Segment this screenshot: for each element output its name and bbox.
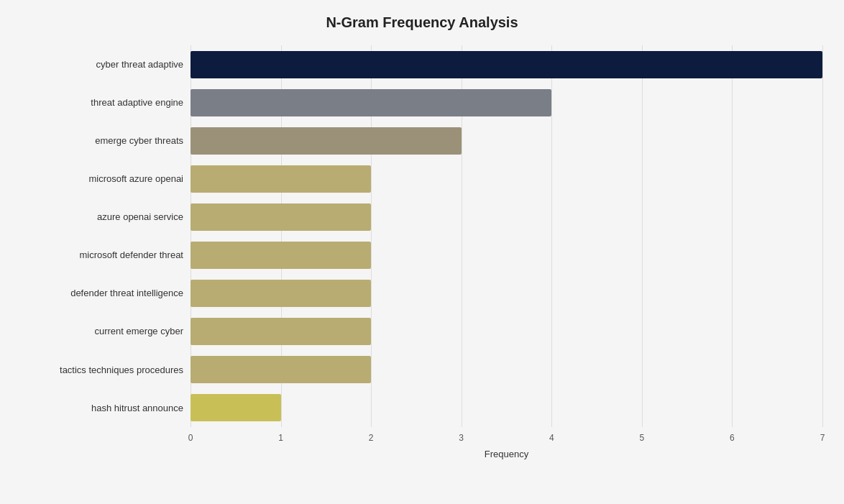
bar — [191, 318, 371, 345]
bar — [191, 394, 281, 421]
x-axis-label: Frequency — [191, 449, 822, 459]
chart-area: cyber threat adaptivethreat adaptive eng… — [22, 45, 822, 449]
bar — [191, 242, 371, 269]
bar-row — [191, 161, 822, 197]
x-tick: 3 — [459, 433, 464, 443]
y-label: cyber threat adaptive — [96, 47, 183, 83]
y-axis: cyber threat adaptivethreat adaptive eng… — [22, 45, 191, 449]
x-tick: 6 — [730, 433, 735, 443]
bar — [191, 51, 822, 78]
x-tick: 4 — [549, 433, 554, 443]
y-label: defender threat intelligence — [70, 275, 183, 311]
bar-row — [191, 47, 822, 83]
y-label: microsoft azure openai — [88, 161, 183, 197]
y-label: tactics techniques procedures — [60, 352, 183, 388]
x-tick: 5 — [640, 433, 645, 443]
bar-row — [191, 390, 822, 426]
bar — [191, 89, 551, 116]
plot-area: Frequency 01234567 — [191, 45, 822, 449]
bar-row — [191, 275, 822, 311]
bar-row — [191, 85, 822, 121]
bar — [191, 165, 371, 193]
bar — [191, 127, 462, 155]
bar — [191, 356, 371, 383]
chart-title: N-Gram Frequency Analysis — [22, 14, 822, 31]
y-label: microsoft defender threat — [79, 237, 183, 273]
bar-row — [191, 237, 822, 273]
chart-container: N-Gram Frequency Analysis cyber threat a… — [0, 0, 844, 504]
y-label: hash hitrust announce — [91, 390, 183, 426]
y-label: current emerge cyber — [94, 313, 183, 349]
x-tick: 7 — [820, 433, 825, 443]
y-label: threat adaptive engine — [91, 85, 183, 121]
y-label: azure openai service — [97, 199, 183, 235]
bar-row — [191, 313, 822, 349]
y-label: emerge cyber threats — [95, 123, 183, 159]
bars-area — [191, 45, 822, 427]
bars-wrapper: Frequency 01234567 — [191, 45, 822, 449]
bar-row — [191, 123, 822, 159]
bar-row — [191, 352, 822, 388]
bar — [191, 280, 371, 307]
x-tick: 2 — [369, 433, 374, 443]
bar-row — [191, 199, 822, 235]
bar — [191, 203, 371, 231]
x-tick: 1 — [278, 433, 283, 443]
x-tick: 0 — [188, 433, 193, 443]
x-axis: Frequency 01234567 — [191, 427, 822, 449]
grid-line — [822, 45, 823, 427]
